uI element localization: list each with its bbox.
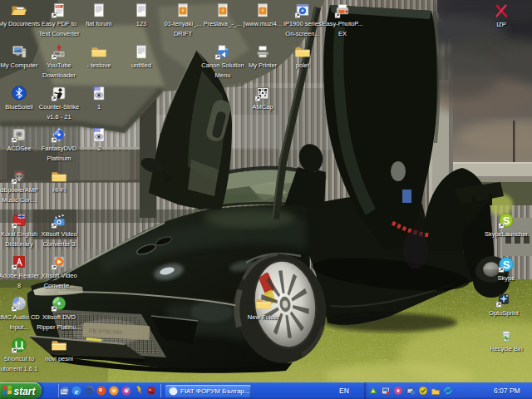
svg-text:BMP: BMP xyxy=(95,87,101,91)
svg-text:start: start xyxy=(14,386,37,397)
svg-text:BMP: BMP xyxy=(95,129,101,132)
svg-text:PDF: PDF xyxy=(56,5,61,8)
svg-text:e: e xyxy=(75,387,78,396)
